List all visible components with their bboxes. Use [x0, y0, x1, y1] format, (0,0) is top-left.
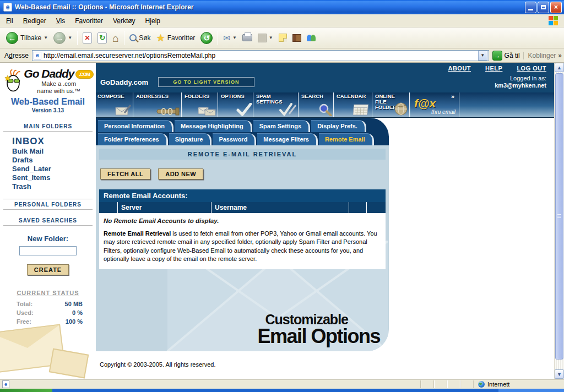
new-folder-input[interactable] — [19, 246, 77, 255]
compose-button[interactable]: COMPOSE — [96, 92, 133, 117]
favorites-label: Favoritter — [167, 34, 196, 42]
menu-fil[interactable]: Fil — [1, 15, 18, 26]
restore-button[interactable] — [538, 2, 549, 13]
stop-button[interactable]: ✕ — [80, 31, 95, 45]
menu-rediger[interactable]: Rediger — [18, 15, 51, 26]
tab-folder-preferences[interactable]: Folder Preferences — [98, 133, 168, 145]
section-title: REMOTE E-MAIL RETRIEVAL — [99, 149, 386, 160]
globe-icon — [394, 102, 408, 116]
status-row-free: Free:100 % — [17, 317, 83, 326]
logged-in-info: Logged in as: km3@myhken.net — [495, 75, 546, 89]
menu-hjelp[interactable]: Hjelp — [140, 15, 165, 26]
section-personal-folders: PERSONAL FOLDERS — [3, 199, 93, 210]
add-new-button[interactable]: ADD NEW — [158, 168, 203, 179]
refresh-button[interactable]: ↻ — [95, 31, 110, 45]
address-url[interactable]: http://email.email.secureserver.net/opti… — [44, 52, 478, 59]
scroll-down-icon[interactable]: ▼ — [555, 369, 564, 379]
godaddy-tagline-line1: Make a .com — [24, 80, 94, 88]
light-version-button[interactable]: GO TO LIGHT VERSION — [158, 77, 254, 87]
menu-favoritter[interactable]: Favoritter — [70, 15, 108, 26]
spam-settings-button[interactable]: SPAM SETTINGS — [254, 92, 299, 117]
page-viewport: Go Daddy.COM Make a .com name with us.™ … — [0, 63, 564, 379]
home-button[interactable]: ⌂ — [110, 31, 122, 45]
links-chevron-icon[interactable]: » — [558, 52, 562, 59]
search-button[interactable]: Søk — [127, 33, 153, 43]
about-link[interactable]: ABOUT — [448, 65, 471, 72]
minimize-button[interactable] — [525, 2, 536, 13]
tab-message-filters[interactable]: Message Filters — [257, 133, 318, 145]
status-row-total: Total:50 MB — [17, 300, 83, 308]
print-button[interactable] — [240, 33, 255, 42]
back-label: Tilbake — [20, 34, 41, 42]
tab-message-highlighting[interactable]: Message Highlighting — [175, 120, 252, 132]
research-button[interactable] — [290, 33, 304, 43]
back-dropdown-icon[interactable]: ▼ — [44, 35, 48, 40]
menu-vis[interactable]: Vis — [51, 15, 70, 26]
print-icon — [242, 34, 252, 41]
toolbar-separator — [77, 31, 78, 45]
help-link[interactable]: HELP — [485, 65, 502, 72]
tab-remote-email[interactable]: Remote Email — [319, 133, 374, 145]
address-input[interactable]: e http://email.email.secureserver.net/op… — [32, 50, 489, 61]
empty-accounts-message: No Remote Email Accounts to display. — [104, 216, 381, 230]
favorites-button[interactable]: ★ Favoritter — [154, 32, 198, 44]
scrollbar-track[interactable] — [555, 72, 564, 369]
tab-row-1: Personal Information Message Highlightin… — [98, 120, 389, 132]
history-button[interactable]: ↺ — [198, 31, 215, 45]
tab-password[interactable]: Password — [213, 133, 256, 145]
godaddy-tagline-line2: name with us.™ — [24, 88, 94, 95]
minimize-icon — [528, 9, 533, 10]
address-dropdown-icon[interactable]: ▼ — [478, 51, 487, 61]
sidebar-item-sent-items[interactable]: Sent_Items — [12, 173, 96, 182]
start-button-edge[interactable] — [0, 389, 52, 392]
mail-button[interactable]: ✉▼ — [220, 32, 240, 44]
folders-button[interactable]: FOLDERS — [183, 92, 218, 117]
internet-globe-icon — [478, 381, 485, 388]
addresses-button[interactable]: ADDRESSES — [134, 92, 182, 117]
brand-name: GoDaddy.com — [100, 78, 148, 86]
go-label: Gå til — [505, 52, 520, 59]
sidebar-item-drafts[interactable]: Drafts — [12, 156, 96, 165]
taskbar-strip — [52, 389, 498, 392]
edit-button[interactable]: ▼ — [255, 32, 276, 43]
links-toolbar[interactable]: Koblinger » — [523, 52, 562, 59]
godaddy-mascot-icon — [4, 67, 24, 95]
tab-signature[interactable]: Signature — [169, 133, 212, 145]
scrollbar-thumb[interactable] — [555, 73, 563, 360]
scroll-up-icon[interactable]: ▲ — [555, 63, 564, 72]
go-button[interactable]: → Gå til — [492, 51, 520, 61]
sidebar-item-inbox[interactable]: INBOX — [12, 136, 96, 147]
ie-window-icon: e — [3, 3, 12, 12]
logged-in-user: km3@myhken.net — [495, 82, 546, 89]
column-server: Server — [117, 202, 211, 213]
menu-verktoy[interactable]: Verktøy — [108, 15, 140, 26]
column-blank — [99, 202, 117, 213]
online-file-folder-button[interactable]: ONLINE FILE FOLDER — [373, 92, 410, 117]
create-folder-button[interactable]: CREATE — [27, 264, 69, 275]
accounts-table-body: No Remote Email Accounts to display. Rem… — [99, 213, 386, 269]
sidebar-item-send-later[interactable]: Send_Later — [12, 165, 96, 173]
messenger-button[interactable] — [304, 34, 318, 42]
tab-personal-information[interactable]: Personal Information — [98, 120, 173, 132]
options-button[interactable]: OPTIONS — [219, 92, 253, 117]
vertical-scrollbar[interactable]: ▲ ▼ — [554, 63, 564, 379]
sidebar-item-bulk-mail[interactable]: Bulk Mail — [12, 147, 96, 156]
back-button[interactable]: ← Tilbake ▼ — [3, 31, 51, 45]
browser-toolbar: ← Tilbake ▼ → ▼ ✕ ↻ ⌂ Søk ★ Favoritter ↺… — [0, 28, 564, 48]
main-area: ABOUT HELP LOG OUT GoDaddy.com GO TO LIG… — [96, 63, 554, 379]
forward-button[interactable]: → ▼ — [51, 31, 75, 45]
calendar-button[interactable]: CALENDAR — [335, 92, 372, 117]
discuss-button[interactable] — [276, 32, 290, 43]
fax-thru-email-button[interactable]: » f@x thru email — [411, 92, 459, 117]
sidebar-item-trash[interactable]: Trash — [12, 182, 96, 191]
tab-spam-settings[interactable]: Spam Settings — [253, 120, 310, 132]
fetch-all-button[interactable]: FETCH ALL — [100, 168, 150, 179]
tab-display-prefs[interactable]: Display Prefs. — [311, 120, 366, 132]
logout-link[interactable]: LOG OUT — [517, 65, 546, 72]
toolbar-separator — [124, 31, 124, 45]
search-nav-button[interactable]: SEARCH — [300, 92, 334, 117]
close-button[interactable]: × — [550, 2, 562, 13]
remote-email-content: REMOTE E-MAIL RETRIEVAL FETCH ALL ADD NE… — [96, 145, 389, 351]
mail-dropdown-icon[interactable]: ▼ — [232, 35, 237, 40]
new-folder-label: New Folder: — [0, 235, 96, 243]
